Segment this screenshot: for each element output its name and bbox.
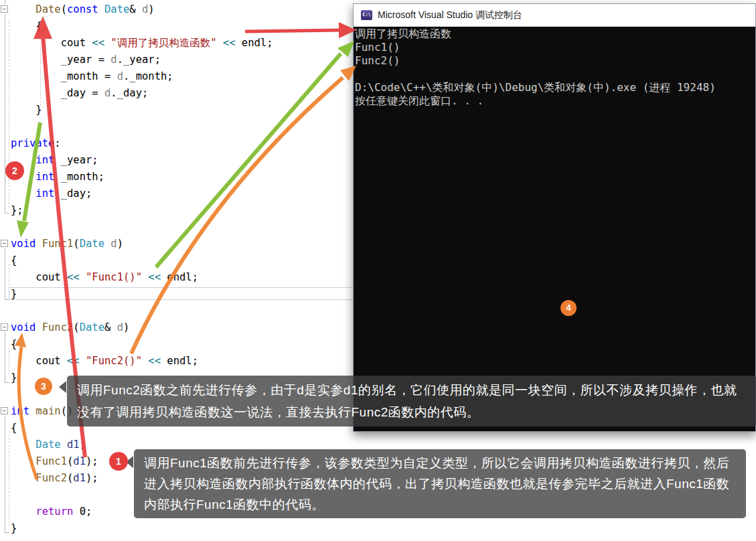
indent-guide — [9, 431, 9, 526]
note-line: 内部执行Func1函数中的代码。 — [144, 494, 736, 515]
console-titlebar[interactable]: C:\ Microsoft Visual Studio 调试控制台 — [354, 4, 755, 27]
fold-marker-func2[interactable]: − — [1, 323, 8, 331]
code-line[interactable]: void Func1(Date d) — [11, 236, 273, 252]
console-line: D:\Code\C++\类和对象(中)\Debug\类和对象(中).exe (进… — [355, 81, 754, 94]
bracket-line-class — [5, 14, 5, 213]
console-line: 按任意键关闭此窗口. . . — [355, 94, 754, 108]
code-line[interactable]: { — [11, 18, 273, 35]
annotation-note-func1: 调用Func1函数前先进行传参，该参数类型为自定义类型，所以它会调用拷贝构造函数… — [134, 449, 746, 518]
console-line: Func2() — [355, 54, 754, 68]
bracket-tick — [5, 532, 9, 533]
note-line: 调用Func1函数前先进行传参，该参数类型为自定义类型，所以它会调用拷贝构造函数… — [144, 453, 736, 473]
code-line[interactable]: _day = d._day; — [11, 85, 273, 102]
note-line: 进入拷贝构造函数内部执行函数体内的代码，出了拷贝构造函数也就是传参完毕之后就进入… — [144, 473, 736, 494]
code-line[interactable] — [11, 219, 273, 236]
code-line[interactable]: _month = d._month; — [11, 68, 273, 85]
console-line: Func1() — [355, 41, 754, 54]
step-badge-3: 3 — [35, 378, 52, 395]
bracket-line-func1 — [5, 248, 5, 299]
code-line[interactable]: private: — [11, 135, 273, 152]
code-line[interactable]: { — [11, 252, 273, 269]
code-line[interactable] — [11, 119, 273, 135]
console-output[interactable]: 调用了拷贝构造函数Func1()Func2()D:\Code\C++\类和对象(… — [355, 27, 754, 430]
step-badge-1: 1 — [109, 452, 128, 471]
code-line[interactable]: cout << "调用了拷贝构造函数" << endl; — [11, 35, 273, 52]
code-line[interactable]: cout << "Func2()" << endl; — [11, 353, 273, 370]
code-line[interactable]: int _year; — [11, 152, 273, 169]
console-line: 调用了拷贝构造函数 — [355, 27, 754, 41]
fold-marker-func1[interactable]: − — [1, 240, 8, 247]
code-line[interactable]: int _day; — [11, 185, 273, 202]
indent-guide — [9, 19, 9, 208]
console-line — [355, 68, 754, 81]
console-icon: C:\ — [361, 10, 372, 20]
bracket-tick — [5, 382, 9, 383]
debug-console-window: C:\ Microsoft Visual Studio 调试控制台 调用了拷贝构… — [353, 3, 756, 432]
code-line[interactable]: cout << "Func1()" << endl; — [11, 269, 273, 286]
code-line[interactable]: void Func2(Date& d) — [11, 319, 273, 336]
code-line[interactable]: int _month; — [11, 169, 273, 185]
code-line[interactable]: _year = d._year; — [11, 52, 273, 68]
code-line[interactable]: } — [11, 286, 273, 303]
code-line[interactable]: } — [11, 520, 273, 537]
bracket-line-func2 — [5, 332, 5, 382]
note-line: 没有了调用拷贝构造函数这一说法，直接去执行Func2函数内的代码。 — [77, 401, 747, 423]
fold-marker-ctor[interactable]: − — [1, 5, 8, 13]
note-pointer-func2 — [59, 381, 66, 393]
note-line: 调用Func2函数之前先进行传参，由于d是实参d1的别名，它们使用的就是同一块空… — [77, 379, 747, 401]
annotation-note-func2: 调用Func2函数之前先进行传参，由于d是实参d1的别名，它们使用的就是同一块空… — [67, 376, 756, 427]
bracket-tick — [5, 213, 9, 214]
code-line[interactable]: { — [11, 336, 273, 353]
code-line[interactable]: } — [11, 102, 273, 119]
console-title: Microsoft Visual Studio 调试控制台 — [378, 9, 522, 21]
fold-marker-main[interactable]: − — [1, 407, 8, 414]
bracket-line-main — [5, 416, 5, 532]
code-line[interactable] — [11, 303, 273, 319]
code-line[interactable]: }; — [11, 202, 273, 219]
bracket-line — [5, 0, 5, 4]
indent-guide — [9, 347, 9, 375]
step-badge-2: 2 — [5, 161, 24, 180]
code-line[interactable]: Date(const Date& d) — [11, 1, 273, 18]
step-badge-4: 4 — [560, 300, 577, 316]
